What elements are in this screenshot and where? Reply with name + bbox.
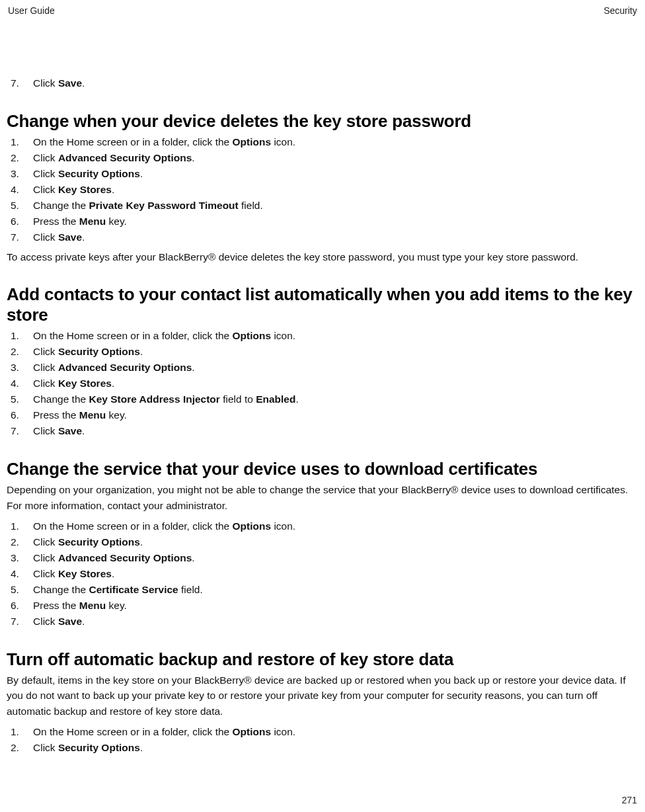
step-text: Press the Menu key. [26, 598, 638, 614]
step-number: 7. [11, 423, 26, 439]
step-text: Change the Private Key Password Timeout … [26, 198, 638, 214]
step-number: 7. [11, 75, 26, 91]
step-text: Click Security Options. [26, 740, 638, 756]
list-item: 6.Press the Menu key. [11, 407, 638, 423]
list-item: 4.Click Key Stores. [11, 182, 638, 198]
section-heading: Change the service that your device uses… [7, 459, 638, 479]
step-number: 1. [11, 518, 26, 534]
step-text: On the Home screen or in a folder, click… [26, 724, 638, 740]
step-number: 4. [11, 376, 26, 391]
list-item: 7.Click Save. [11, 614, 638, 629]
step-text: Click Save. [26, 75, 638, 91]
step-number: 6. [11, 598, 26, 614]
step-text: Click Save. [26, 229, 638, 245]
step-text: Press the Menu key. [26, 214, 638, 229]
page-header: User Guide Security [7, 5, 638, 16]
step-text: Click Advanced Security Options. [26, 150, 638, 166]
step-text: Press the Menu key. [26, 407, 638, 423]
step-text: Click Security Options. [26, 344, 638, 360]
step-text: Change the Certificate Service field. [26, 582, 638, 598]
page-content: 7. Click Save. Change when your device d… [7, 16, 638, 756]
list-item: 4.Click Key Stores. [11, 566, 638, 582]
header-left: User Guide [8, 5, 55, 16]
section1-steps: 1.On the Home screen or in a folder, cli… [7, 134, 638, 245]
step-number: 3. [11, 360, 26, 376]
list-item: 2.Click Advanced Security Options. [11, 150, 638, 166]
list-item: 2.Click Security Options. [11, 740, 638, 756]
step-number: 5. [11, 391, 26, 407]
step-text: Click Advanced Security Options. [26, 550, 638, 566]
section-heading: Add contacts to your contact list automa… [7, 284, 638, 325]
step-number: 1. [11, 724, 26, 740]
step-number: 5. [11, 198, 26, 214]
list-item: 7. Click Save. [11, 75, 638, 91]
step-number: 5. [11, 582, 26, 598]
intro-step-list: 7. Click Save. [7, 75, 638, 91]
list-item: 7.Click Save. [11, 423, 638, 439]
section3-intro: Depending on your organization, you migh… [7, 482, 638, 513]
step-number: 1. [11, 328, 26, 344]
section-heading: Change when your device deletes the key … [7, 111, 638, 132]
step-number: 2. [11, 150, 26, 166]
header-right: Security [603, 5, 637, 16]
list-item: 5.Change the Key Store Address Injector … [11, 391, 638, 407]
step-text: Click Save. [26, 423, 638, 439]
list-item: 5.Change the Certificate Service field. [11, 582, 638, 598]
list-item: 1.On the Home screen or in a folder, cli… [11, 134, 638, 150]
step-number: 3. [11, 550, 26, 566]
section3-steps: 1.On the Home screen or in a folder, cli… [7, 518, 638, 629]
step-number: 7. [11, 229, 26, 245]
list-item: 3.Click Security Options. [11, 166, 638, 182]
step-number: 2. [11, 534, 26, 550]
section-heading: Turn off automatic backup and restore of… [7, 649, 638, 670]
step-text: Click Key Stores. [26, 182, 638, 198]
document-page: User Guide Security 7. Click Save. Chang… [0, 0, 645, 812]
step-text: Change the Key Store Address Injector fi… [26, 391, 638, 407]
list-item: 7.Click Save. [11, 229, 638, 245]
list-item: 6.Press the Menu key. [11, 598, 638, 614]
step-text: On the Home screen or in a folder, click… [26, 328, 638, 344]
section2-steps: 1.On the Home screen or in a folder, cli… [7, 328, 638, 439]
list-item: 2.Click Security Options. [11, 534, 638, 550]
section4-steps: 1.On the Home screen or in a folder, cli… [7, 724, 638, 756]
step-number: 6. [11, 407, 26, 423]
list-item: 3.Click Advanced Security Options. [11, 360, 638, 376]
step-text: On the Home screen or in a folder, click… [26, 518, 638, 534]
list-item: 4.Click Key Stores. [11, 376, 638, 391]
step-text: Click Key Stores. [26, 566, 638, 582]
list-item: 3.Click Advanced Security Options. [11, 550, 638, 566]
step-text: Click Advanced Security Options. [26, 360, 638, 376]
list-item: 6.Press the Menu key. [11, 214, 638, 229]
step-number: 4. [11, 182, 26, 198]
step-number: 4. [11, 566, 26, 582]
step-number: 3. [11, 166, 26, 182]
step-number: 1. [11, 134, 26, 150]
section4-intro: By default, items in the key store on yo… [7, 672, 638, 719]
step-number: 2. [11, 344, 26, 360]
list-item: 1.On the Home screen or in a folder, cli… [11, 724, 638, 740]
list-item: 1.On the Home screen or in a folder, cli… [11, 328, 638, 344]
list-item: 2.Click Security Options. [11, 344, 638, 360]
step-text: Click Security Options. [26, 534, 638, 550]
page-number: 271 [622, 795, 637, 805]
list-item: 1.On the Home screen or in a folder, cli… [11, 518, 638, 534]
list-item: 5.Change the Private Key Password Timeou… [11, 198, 638, 214]
step-number: 2. [11, 740, 26, 756]
step-text: On the Home screen or in a folder, click… [26, 134, 638, 150]
step-number: 6. [11, 214, 26, 229]
step-text: Click Key Stores. [26, 376, 638, 391]
step-text: Click Save. [26, 614, 638, 629]
step-text: Click Security Options. [26, 166, 638, 182]
step-number: 7. [11, 614, 26, 629]
section1-note: To access private keys after your BlackB… [7, 249, 638, 264]
